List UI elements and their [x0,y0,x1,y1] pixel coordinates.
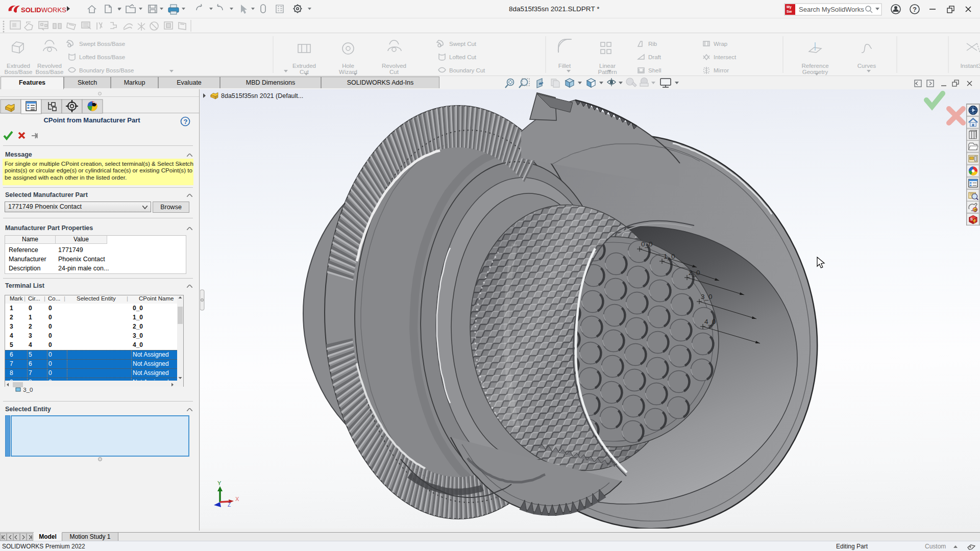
svg-text:My: My [787,5,792,9]
svg-text:Wrap: Wrap [714,41,727,47]
svg-text:Boundary Boss/Base: Boundary Boss/Base [79,67,134,73]
svg-text:1_0: 1_0 [664,253,675,260]
svg-text:Revolved: Revolved [382,63,406,69]
svg-text:Instant3D: Instant3D [960,63,980,69]
svg-text:Intersect: Intersect [714,54,737,60]
svg-text:?: ? [184,118,188,126]
svg-text:Cut: Cut [300,69,309,75]
svg-text:Fillet: Fillet [558,63,571,69]
svg-text:Z: Z [228,502,231,508]
svg-text:Swept Cut: Swept Cut [449,41,477,47]
svg-text:X: X [235,496,239,502]
svg-text:Boss/Base: Boss/Base [36,69,64,75]
svg-text:Shell: Shell [648,67,662,73]
svg-text:Y: Y [217,480,222,486]
svg-text:2_0: 2_0 [689,269,700,277]
svg-text:Boundary Cut: Boundary Cut [449,67,485,73]
svg-text:Pattern: Pattern [598,69,617,75]
svg-text:Curves: Curves [857,63,876,69]
svg-text:Boss/Base: Boss/Base [5,69,33,75]
svg-text:8da515f35sn 2021.SLDPRT *: 8da515f35sn 2021.SLDPRT * [509,5,600,13]
svg-text:3_0: 3_0 [701,293,713,300]
svg-text:SOLIDWORKS: SOLIDWORKS [21,6,66,14]
svg-text:Mirror: Mirror [714,67,729,73]
svg-text:@: @ [974,208,977,212]
svg-text:Lofted Boss/Base: Lofted Boss/Base [79,54,125,60]
svg-text:Reference: Reference [801,63,828,69]
svg-text:Revolved: Revolved [37,63,62,69]
svg-text:Linear: Linear [599,63,616,69]
svg-text:Draft: Draft [648,54,662,60]
svg-text:Lofted Cut: Lofted Cut [449,54,477,60]
svg-text:0_0: 0_0 [641,240,653,248]
svg-text:Search MySolidWorks: Search MySolidWorks [799,6,864,13]
svg-text:Rib: Rib [648,41,657,47]
svg-text:Cut: Cut [389,69,399,75]
svg-text:Swept Boss/Base: Swept Boss/Base [79,41,125,47]
svg-text:S: S [970,217,973,221]
svg-text:Extruded: Extruded [7,63,30,69]
svg-text:Hole: Hole [342,63,354,69]
svg-text:8da515f35sn 2021 (Default...: 8da515f35sn 2021 (Default... [221,92,303,99]
svg-text:?: ? [913,6,917,13]
svg-text:Sw: Sw [787,10,792,13]
svg-text:Extruded: Extruded [292,63,316,69]
svg-text:4_0: 4_0 [704,318,716,325]
svg-text:Geometry: Geometry [802,69,828,75]
